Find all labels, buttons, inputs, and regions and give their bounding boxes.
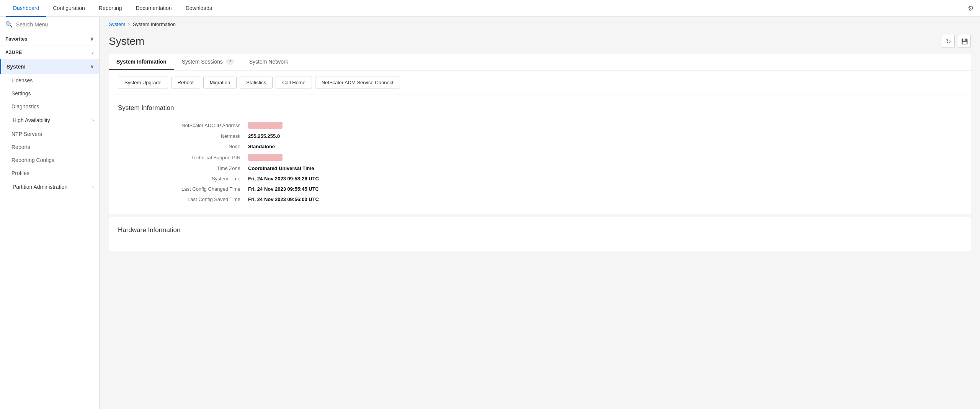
netscaler-adm-button[interactable]: NetScaler ADM Service Connect xyxy=(315,77,400,88)
sidebar-sub-item-ntp-servers[interactable]: NTP Servers xyxy=(0,128,99,141)
system-information-panel: System Information NetScaler ADC IP Addr… xyxy=(109,95,971,214)
tab-system-sessions[interactable]: System Sessions 2 xyxy=(174,54,242,70)
nav-downloads[interactable]: Downloads xyxy=(179,0,219,17)
search-input[interactable] xyxy=(16,21,94,28)
info-row-timezone: Time Zone Coordinated Universal Time xyxy=(109,163,971,173)
top-nav: Dashboard Configuration Reporting Docume… xyxy=(0,0,980,17)
tab-system-network[interactable]: System Network xyxy=(242,54,296,70)
value-node: Standalone xyxy=(248,144,275,149)
save-button[interactable]: 💾 xyxy=(958,35,971,48)
sidebar-sub-item-high-availability-label: High Availability xyxy=(13,117,50,123)
nav-configuration[interactable]: Configuration xyxy=(46,0,92,17)
tab-system-sessions-badge: 2 xyxy=(226,59,234,65)
tab-bar: System Information System Sessions 2 Sys… xyxy=(109,54,971,70)
partition-expand-icon: › xyxy=(92,184,94,190)
favorites-chevron-icon: ∨ xyxy=(90,36,94,42)
action-buttons-row: System Upgrade Reboot Migration Statisti… xyxy=(109,70,971,95)
page-header: System ↻ 💾 xyxy=(100,32,980,54)
azure-chevron-icon: › xyxy=(92,50,94,55)
refresh-button[interactable]: ↻ xyxy=(942,35,955,48)
value-config-saved: Fri, 24 Nov 2023 09:56:00 UTC xyxy=(248,196,319,202)
label-netmask: Netmask xyxy=(118,133,248,139)
breadcrumb-separator: > xyxy=(127,21,131,27)
sidebar-item-system-label: System xyxy=(7,64,26,70)
sidebar-sub-item-partition-admin-label: Partition Administration xyxy=(13,184,67,190)
reboot-button[interactable]: Reboot xyxy=(171,77,200,88)
system-expand-icon: ∨ xyxy=(90,64,94,69)
info-row-adc-ip: NetScaler ADC IP Address xyxy=(109,119,971,131)
sidebar-sub-item-partition-admin[interactable]: Partition Administration › xyxy=(0,180,99,194)
call-home-button[interactable]: Call Home xyxy=(276,77,312,88)
nav-dashboard[interactable]: Dashboard xyxy=(6,0,46,17)
system-info-title: System Information xyxy=(109,104,971,119)
sidebar-sub-item-profiles[interactable]: Profiles xyxy=(0,167,99,180)
breadcrumb-parent[interactable]: System xyxy=(109,21,125,27)
label-config-saved: Last Config Saved Time xyxy=(118,196,248,202)
favorites-section[interactable]: Favorites ∨ xyxy=(0,32,99,46)
value-config-changed: Fri, 24 Nov 2023 09:55:45 UTC xyxy=(248,186,319,192)
info-row-config-saved: Last Config Saved Time Fri, 24 Nov 2023 … xyxy=(109,194,971,204)
sidebar-sub-item-licenses[interactable]: Licenses xyxy=(0,74,99,87)
sidebar-item-system[interactable]: System ∨ xyxy=(0,59,99,74)
label-adc-ip: NetScaler ADC IP Address xyxy=(118,123,248,128)
tab-system-network-label: System Network xyxy=(249,59,288,65)
breadcrumb-current: System Information xyxy=(133,21,176,27)
sidebar-sub-item-reports[interactable]: Reports xyxy=(0,141,99,154)
system-upgrade-button[interactable]: System Upgrade xyxy=(118,77,168,88)
ha-expand-icon: › xyxy=(92,118,94,123)
body-layout: 🔍 Favorites ∨ AZURE › System ∨ Licenses … xyxy=(0,17,980,409)
value-adc-ip xyxy=(248,122,283,129)
sidebar: 🔍 Favorites ∨ AZURE › System ∨ Licenses … xyxy=(0,17,100,409)
favorites-label: Favorites xyxy=(5,36,28,42)
value-support-pin xyxy=(248,154,283,161)
sidebar-sub-item-settings[interactable]: Settings xyxy=(0,87,99,100)
label-config-changed: Last Config Changed Time xyxy=(118,186,248,192)
header-actions: ↻ 💾 xyxy=(942,35,971,48)
search-icon: 🔍 xyxy=(5,21,13,28)
breadcrumb: System > System Information xyxy=(100,17,980,32)
sidebar-sub-item-diagnostics[interactable]: Diagnostics xyxy=(0,100,99,113)
info-row-netmask: Netmask 255.255.255.0 xyxy=(109,131,971,141)
label-support-pin: Technical Support PIN xyxy=(118,155,248,160)
nav-documentation[interactable]: Documentation xyxy=(129,0,178,17)
info-row-config-changed: Last Config Changed Time Fri, 24 Nov 202… xyxy=(109,184,971,194)
tab-system-sessions-label: System Sessions xyxy=(182,59,223,65)
value-netmask: 255.255.255.0 xyxy=(248,133,280,139)
label-node: Node xyxy=(118,144,248,149)
hardware-info-title: Hardware Information xyxy=(109,226,971,242)
page-title: System xyxy=(109,35,942,47)
value-system-time: Fri, 24 Nov 2023 09:58:26 UTC xyxy=(248,176,319,182)
azure-label: AZURE xyxy=(5,50,22,55)
info-row-system-time: System Time Fri, 24 Nov 2023 09:58:26 UT… xyxy=(109,173,971,184)
sidebar-sub-item-reporting-configs[interactable]: Reporting Configs xyxy=(0,154,99,167)
main-content: System > System Information System ↻ 💾 S… xyxy=(100,17,980,409)
nav-reporting[interactable]: Reporting xyxy=(92,0,129,17)
info-row-node: Node Standalone xyxy=(109,141,971,152)
search-bar: 🔍 xyxy=(0,17,99,32)
statistics-button[interactable]: Statistics xyxy=(240,77,273,88)
label-system-time: System Time xyxy=(118,176,248,182)
value-timezone: Coordinated Universal Time xyxy=(248,165,314,171)
sidebar-sub-item-high-availability[interactable]: High Availability › xyxy=(0,113,99,128)
info-row-support-pin: Technical Support PIN xyxy=(109,152,971,163)
hardware-information-panel: Hardware Information xyxy=(109,217,971,251)
label-timezone: Time Zone xyxy=(118,165,248,171)
azure-section[interactable]: AZURE › xyxy=(0,46,99,59)
tab-system-information[interactable]: System Information xyxy=(109,54,174,70)
tab-system-information-label: System Information xyxy=(116,59,167,65)
migration-button[interactable]: Migration xyxy=(203,77,237,88)
settings-icon[interactable]: ⚙ xyxy=(968,4,974,13)
